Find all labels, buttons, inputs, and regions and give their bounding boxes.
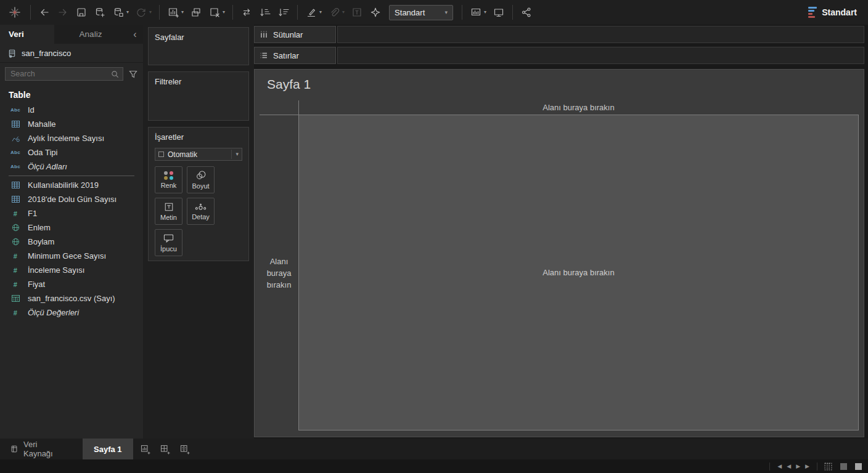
- pin-button[interactable]: [366, 4, 385, 21]
- refresh-button[interactable]: ▾: [132, 4, 155, 21]
- marks-tooltip-button[interactable]: İpucu: [155, 229, 182, 256]
- rows-shelf-text: Satırlar: [273, 51, 299, 60]
- hash-icon: #: [9, 281, 22, 288]
- thumbnail-view-icon[interactable]: [839, 463, 848, 470]
- tableau-window: ▾▾▾▾▾▾ Standart ▾ ▾ Standart Veri Analiz…: [0, 0, 868, 473]
- paperclip-icon: [328, 6, 340, 18]
- field-row[interactable]: #Fiyat: [0, 277, 143, 291]
- abc-icon: Abc: [9, 164, 22, 169]
- chart-icon: [9, 135, 22, 142]
- nav-first-button[interactable]: ◀: [776, 463, 784, 469]
- filmstrip-view-icon[interactable]: [823, 463, 833, 471]
- drop-zone-view-pane[interactable]: Alanı buraya bırakın: [298, 115, 859, 431]
- marks-size-button[interactable]: Boyut: [187, 166, 215, 193]
- pages-card[interactable]: Sayfalar: [148, 27, 249, 65]
- filter-fields-button[interactable]: [126, 68, 140, 80]
- filters-card[interactable]: Filtreler: [148, 71, 249, 121]
- tab-analytics[interactable]: Analiz: [54, 25, 127, 44]
- globe-icon: [9, 238, 22, 246]
- swap-axes-icon: [240, 6, 253, 18]
- field-row[interactable]: Boylam: [0, 235, 143, 249]
- collapse-pane-icon[interactable]: ‹: [127, 25, 143, 44]
- field-row[interactable]: #Minimum Gece Sayısı: [0, 249, 143, 263]
- share-icon: [520, 6, 533, 18]
- datasource-tab[interactable]: Veri Kaynağı: [0, 439, 75, 459]
- pane-tabs: Veri Analiz ‹: [0, 25, 143, 44]
- field-row[interactable]: Mahalle: [0, 117, 143, 131]
- highlight-button[interactable]: ▾: [302, 4, 325, 21]
- drop-zone-columns[interactable]: Alanı buraya bırakın: [299, 100, 858, 115]
- duplicate-button[interactable]: [187, 4, 205, 21]
- back-arrow-button[interactable]: [35, 4, 54, 21]
- share-button[interactable]: [517, 4, 536, 21]
- marks-text-button[interactable]: Metin: [155, 198, 182, 225]
- rows-shelf-label: Satırlar: [254, 47, 336, 64]
- marks-color-dots-button[interactable]: Renk: [155, 166, 182, 193]
- forward-arrow-button[interactable]: [54, 4, 72, 21]
- nav-next-button[interactable]: ▶: [794, 463, 802, 469]
- field-row[interactable]: AbcÖlçü Adları: [0, 160, 143, 174]
- paperclip-button[interactable]: ▾: [325, 4, 348, 21]
- drop-zone-rows[interactable]: Alanı buraya bırakın: [260, 115, 298, 431]
- tabs-view-icon[interactable]: [854, 463, 863, 470]
- marks-detail-button[interactable]: Detay: [187, 198, 215, 225]
- datasource-name: san_francisco: [22, 49, 71, 58]
- status-bar: ◀◀▶▶: [0, 459, 868, 473]
- marks-button-label: Metin: [160, 214, 177, 221]
- data-options-button[interactable]: ▾: [109, 4, 132, 21]
- fit-mode-dropdown[interactable]: Standart ▾: [389, 5, 453, 20]
- field-row[interactable]: #F1: [0, 206, 143, 220]
- field-row[interactable]: AbcId: [0, 103, 143, 117]
- field-row[interactable]: #İnceleme Sayısı: [0, 263, 143, 277]
- nav-prev-button[interactable]: ◀: [785, 463, 793, 469]
- search-icon: [111, 70, 119, 78]
- columns-shelf-text: Sütunlar: [273, 30, 303, 39]
- sort-ascending-button[interactable]: [256, 4, 274, 21]
- new-tab-buttons: [136, 439, 195, 459]
- clear-sheet-icon: [208, 6, 221, 18]
- clear-sheet-button[interactable]: ▾: [205, 4, 228, 21]
- field-label: Enlem: [28, 223, 51, 232]
- sort-descending-icon: [277, 6, 290, 18]
- nav-last-button[interactable]: ▶: [803, 463, 811, 469]
- field-row[interactable]: san_francisco.csv (Sayı): [0, 291, 143, 305]
- new-worksheet-button[interactable]: ▾: [164, 4, 187, 21]
- marks-button-label: İpucu: [160, 245, 177, 253]
- highlight-icon: [305, 6, 317, 18]
- field-row[interactable]: 2018'de Dolu Gün Sayısı: [0, 192, 143, 206]
- field-row[interactable]: AbcOda Tipi: [0, 145, 143, 160]
- rows-shelf-tray[interactable]: [337, 47, 864, 64]
- columns-shelf-tray[interactable]: [337, 26, 864, 43]
- mark-type-dropdown[interactable]: Otomatik ▾: [155, 148, 242, 161]
- data-options-icon: [112, 6, 125, 18]
- cards-column: Sayfalar Filtreler İşaretler Otomatik ▾ …: [143, 25, 254, 439]
- tab-data[interactable]: Veri: [0, 25, 54, 44]
- sheet-tab-active[interactable]: Sayfa 1: [83, 439, 133, 459]
- tableau-logo-icon[interactable]: [7, 5, 22, 20]
- sort-descending-button[interactable]: [274, 4, 293, 21]
- save-button[interactable]: [72, 4, 91, 21]
- color-dots-icon: [164, 171, 174, 180]
- show-me-button[interactable]: Standart: [805, 7, 861, 18]
- new-worksheet-tab-icon: [140, 444, 150, 455]
- field-row[interactable]: Aylık İnceleme Sayısı: [0, 131, 143, 145]
- sheet-nav-controls: ◀◀▶▶: [776, 463, 811, 469]
- swap-axes-button[interactable]: [237, 4, 256, 21]
- field-label: Ölçü Adları: [28, 162, 67, 171]
- hash-icon: #: [9, 309, 22, 317]
- new-worksheet-tab-button[interactable]: [136, 439, 155, 459]
- toolbar-left-groups: ▾▾▾▾▾▾: [35, 4, 385, 21]
- field-row[interactable]: Enlem: [0, 220, 143, 235]
- presentation-button[interactable]: [489, 4, 508, 21]
- text-icon: [164, 202, 174, 212]
- field-row[interactable]: Kullanılabilirlik 2019: [0, 178, 143, 192]
- search-input[interactable]: [9, 69, 111, 79]
- new-dashboard-tab-button[interactable]: [155, 439, 175, 459]
- show-cards-button[interactable]: ▾: [467, 4, 489, 21]
- field-label: İnceleme Sayısı: [28, 265, 85, 275]
- mark-labels-button[interactable]: [348, 4, 366, 21]
- new-story-tab-button[interactable]: [175, 439, 195, 459]
- field-row[interactable]: #Ölçü Değerleri: [0, 305, 143, 320]
- new-datasource-button[interactable]: [91, 4, 109, 21]
- datasource-row[interactable]: san_francisco: [0, 44, 143, 63]
